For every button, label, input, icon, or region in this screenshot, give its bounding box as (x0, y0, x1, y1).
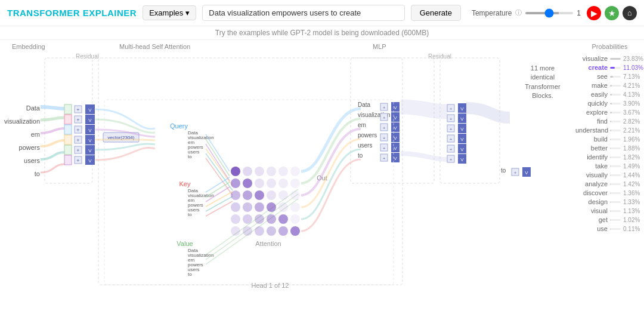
svg-line-57 (206, 182, 230, 197)
svg-rect-10 (75, 106, 82, 113)
residual-label-2: Residual (428, 53, 451, 60)
transformer-blocks-note: 11 more identical Transformer Blocks. (519, 64, 566, 101)
svg-text:V: V (460, 116, 464, 122)
svg-line-43 (206, 134, 230, 171)
probability-row: use0.11% (575, 225, 644, 232)
svg-rect-136 (391, 143, 400, 152)
svg-text:Data: Data (188, 188, 198, 193)
svg-text:V: V (460, 157, 464, 162)
github-star-icon[interactable]: ★ (605, 6, 619, 20)
svg-text:to: to (501, 167, 506, 174)
probability-row: create11.03% (575, 64, 644, 71)
prob-percentage: 4.13% (623, 91, 644, 98)
svg-point-75 (267, 167, 276, 176)
svg-text:V: V (394, 125, 397, 131)
svg-text:em: em (188, 140, 194, 145)
svg-point-87 (267, 190, 276, 200)
prob-bar-container (610, 183, 621, 185)
examples-label: Examples (149, 8, 183, 17)
prob-word: easily (575, 91, 610, 98)
prompt-input[interactable] (202, 5, 404, 21)
prob-percentage: 1.88% (623, 145, 644, 152)
temperature-section: Temperature ⓘ 1 (472, 8, 581, 17)
prob-bar (610, 156, 611, 158)
svg-text:V: V (394, 105, 397, 110)
prob-word: visually (575, 171, 610, 179)
svg-rect-7 (64, 135, 72, 144)
svg-rect-156 (458, 124, 466, 133)
prob-percentage: 23.83% (623, 56, 644, 62)
prob-bar-container (610, 121, 621, 122)
svg-text:+: + (383, 146, 386, 151)
prob-bar (610, 201, 611, 203)
svg-point-91 (243, 202, 252, 212)
svg-rect-152 (458, 103, 466, 113)
prob-percentage: 1.33% (623, 199, 644, 205)
prob-bar (610, 94, 612, 96)
svg-rect-32 (85, 155, 95, 165)
svg-text:+: + (76, 147, 79, 153)
prob-word: explore (575, 109, 610, 116)
svg-line-47 (206, 153, 233, 190)
probabilities-list: visualize23.83%create11.03%see7.13%make4… (575, 55, 644, 232)
svg-text:em: em (358, 122, 366, 128)
svg-line-69 (206, 189, 298, 255)
prob-percentage: 1.42% (623, 181, 644, 187)
svg-text:+: + (450, 157, 453, 162)
svg-rect-134 (391, 133, 400, 142)
prob-word: analyze (575, 180, 610, 187)
probability-row: build1.96% (575, 136, 644, 143)
svg-rect-162 (458, 154, 466, 164)
temperature-slider[interactable] (525, 12, 573, 14)
examples-button[interactable]: Examples ▾ (143, 5, 196, 20)
residual-label-1: Residual (76, 53, 99, 60)
svg-point-79 (243, 179, 252, 188)
prob-word: visual (575, 207, 610, 214)
prob-bar (610, 210, 611, 212)
svg-text:+: + (76, 117, 79, 123)
svg-line-48 (206, 158, 233, 195)
svg-text:Data: Data (188, 130, 198, 136)
svg-rect-30 (85, 145, 95, 155)
section-mlp: MLP (373, 43, 386, 50)
svg-point-100 (278, 214, 288, 224)
svg-point-83 (290, 179, 300, 188)
prob-bar-container (610, 219, 621, 221)
prob-bar (610, 130, 611, 131)
prob-percentage: 1.49% (623, 163, 644, 170)
svg-rect-126 (380, 154, 388, 161)
svg-rect-12 (75, 116, 82, 123)
svg-point-90 (231, 202, 240, 212)
svg-point-107 (290, 226, 300, 236)
svg-text:to: to (188, 212, 192, 217)
svg-point-85 (243, 190, 252, 200)
svg-text:V: V (88, 138, 92, 143)
prob-bar (610, 174, 611, 176)
svg-point-72 (231, 167, 240, 176)
svg-text:powers: powers (188, 144, 203, 150)
svg-point-82 (278, 179, 288, 188)
svg-text:visualization: visualization (358, 112, 390, 118)
prob-percentage: 11.03% (623, 64, 644, 71)
svg-rect-18 (75, 146, 82, 153)
svg-point-80 (255, 179, 264, 188)
svg-line-71 (206, 199, 298, 264)
svg-text:em: em (188, 198, 194, 203)
svg-line-45 (206, 144, 230, 181)
token-to: to (1, 170, 40, 177)
github-icon[interactable]: ⌂ (623, 6, 637, 20)
token-powers: powers (1, 144, 40, 151)
svg-text:V: V (88, 118, 92, 123)
youtube-icon[interactable]: ▶ (587, 6, 601, 20)
probability-row: quickly3.90% (575, 100, 644, 107)
prob-percentage: 7.13% (623, 73, 644, 80)
generate-button[interactable]: Generate (411, 5, 461, 21)
prob-word: quickly (575, 100, 610, 107)
svg-text:+: + (450, 106, 453, 112)
probabilities-panel: Probabilities visualize23.83%create11.03… (572, 40, 644, 322)
prob-word: see (575, 73, 610, 80)
svg-rect-8 (64, 145, 72, 155)
svg-text:Value: Value (177, 240, 193, 247)
svg-point-98 (255, 214, 264, 224)
temperature-info-icon[interactable]: ⓘ (515, 8, 522, 17)
